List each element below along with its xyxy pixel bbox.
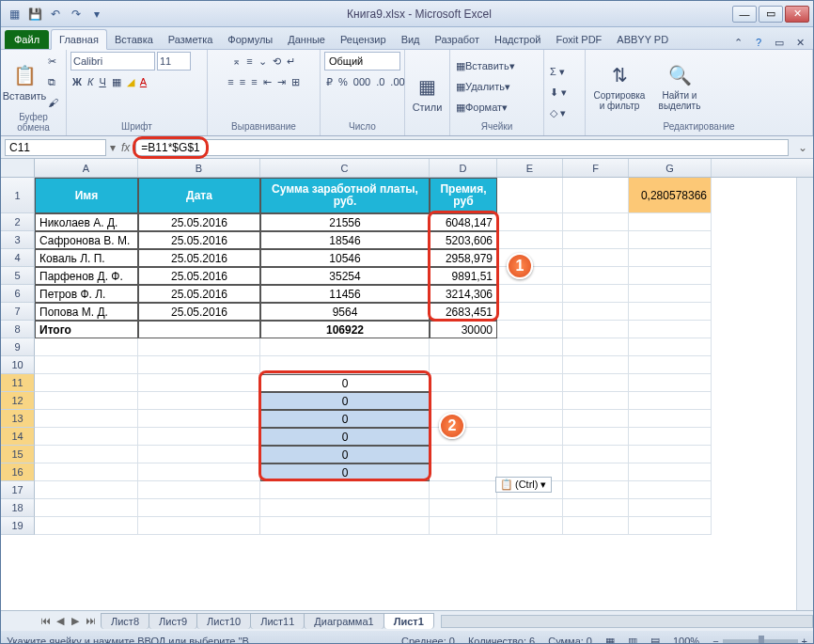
cell[interactable]	[138, 392, 260, 410]
cell[interactable]	[138, 517, 260, 535]
col-header-b[interactable]: B	[138, 159, 260, 177]
tab-layout[interactable]: Разметка	[161, 30, 221, 49]
cell[interactable]	[260, 481, 430, 499]
cell-date[interactable]: 25.05.2016	[138, 267, 260, 285]
col-header-e[interactable]: E	[497, 159, 563, 177]
cell-date[interactable]: 25.05.2016	[138, 285, 260, 303]
cell[interactable]	[138, 499, 260, 517]
cell[interactable]	[629, 517, 712, 535]
sheet-tab[interactable]: Лист11	[250, 613, 305, 629]
cell[interactable]	[563, 356, 629, 374]
view-layout-icon[interactable]: ▥	[628, 636, 637, 645]
sheet-next-icon[interactable]: ▶	[69, 615, 82, 627]
find-select-button[interactable]: 🔍Найти и выделить	[651, 60, 708, 113]
save-icon[interactable]: 💾	[25, 5, 44, 24]
tab-data[interactable]: Данные	[280, 30, 333, 49]
row-header[interactable]: 11	[1, 374, 35, 392]
dec-dec-icon[interactable]: .00	[388, 72, 406, 91]
row-header[interactable]: 19	[1, 517, 35, 535]
cell[interactable]	[260, 517, 430, 535]
font-color-button[interactable]: A	[138, 72, 149, 91]
cell-bonus[interactable]: 5203,606	[430, 231, 497, 249]
tab-addins[interactable]: Надстрой	[487, 30, 548, 49]
header-date[interactable]: Дата	[138, 178, 260, 213]
cell[interactable]	[497, 374, 563, 392]
cell[interactable]	[430, 499, 497, 517]
cell[interactable]	[35, 410, 138, 428]
cell[interactable]	[563, 392, 629, 410]
insert-cells-button[interactable]: ▦ Вставить ▾	[454, 56, 540, 75]
row-header[interactable]: 5	[1, 267, 35, 285]
zoom-thumb[interactable]	[759, 636, 764, 644]
file-tab[interactable]: Файл	[5, 30, 49, 49]
cell[interactable]	[138, 356, 260, 374]
cell[interactable]	[35, 463, 138, 481]
zoom-slider[interactable]	[723, 639, 798, 643]
clear-icon[interactable]: ◇ ▾	[548, 104, 569, 123]
cell[interactable]	[629, 321, 712, 338]
cell[interactable]	[497, 499, 563, 517]
tab-formulas[interactable]: Формулы	[220, 30, 280, 49]
cell-total-bonus[interactable]: 30000	[430, 321, 497, 338]
cell[interactable]	[497, 392, 563, 410]
cell-c15[interactable]: 0	[260, 446, 430, 463]
cell[interactable]	[35, 517, 138, 535]
cell[interactable]	[563, 517, 629, 535]
minimize-ribbon-icon[interactable]: ⌃	[730, 37, 745, 49]
maximize-button[interactable]: ▭	[759, 6, 783, 23]
row-header[interactable]: 18	[1, 499, 35, 517]
align-bottom-icon[interactable]: ⌄	[257, 52, 269, 71]
tab-review[interactable]: Рецензир	[333, 30, 394, 49]
cell[interactable]	[563, 231, 629, 249]
dec-inc-icon[interactable]: .0	[374, 72, 386, 91]
col-header-c[interactable]: C	[260, 159, 430, 177]
zoom-level[interactable]: 100%	[673, 636, 699, 644]
row-header[interactable]: 15	[1, 446, 35, 463]
cell-name[interactable]: Петров Ф. Л.	[35, 285, 138, 303]
col-header-g[interactable]: G	[629, 159, 712, 177]
header-name[interactable]: Имя	[35, 178, 138, 213]
orientation-icon[interactable]: ⟲	[271, 52, 283, 71]
row-header[interactable]: 12	[1, 392, 35, 410]
cell-date[interactable]: 25.05.2016	[138, 249, 260, 267]
cell-bonus[interactable]: 9891,51	[430, 267, 497, 285]
expand-formula-icon[interactable]: ⌄	[792, 141, 813, 154]
header-bonus[interactable]: Премия, руб	[430, 178, 497, 213]
cell[interactable]	[430, 338, 497, 356]
align-top-icon[interactable]: ⌅	[230, 52, 243, 71]
view-pagebreak-icon[interactable]: ▤	[650, 636, 660, 645]
row-header[interactable]: 3	[1, 231, 35, 249]
cell[interactable]	[563, 178, 629, 213]
cell[interactable]	[629, 285, 712, 303]
fill-icon[interactable]: ⬇ ▾	[548, 84, 569, 102]
cell[interactable]	[497, 303, 563, 321]
close-button[interactable]: ✕	[785, 6, 809, 23]
cell-bonus[interactable]: 6048,147	[430, 213, 497, 231]
col-header-d[interactable]: D	[430, 159, 497, 177]
cell-date[interactable]: 25.05.2016	[138, 303, 260, 321]
row-header[interactable]: 4	[1, 249, 35, 267]
cell[interactable]	[497, 410, 563, 428]
cell-salary[interactable]: 9564	[260, 303, 430, 321]
vertical-scrollbar[interactable]	[796, 178, 813, 610]
styles-button[interactable]: ▦Стили	[409, 71, 446, 115]
cell[interactable]	[430, 374, 497, 392]
cell[interactable]	[497, 338, 563, 356]
tab-foxit[interactable]: Foxit PDF	[548, 30, 609, 49]
cell[interactable]	[497, 178, 563, 213]
cell[interactable]	[497, 517, 563, 535]
cell[interactable]	[629, 481, 712, 499]
tab-home[interactable]: Главная	[51, 29, 107, 50]
qat-more-icon[interactable]: ▾	[87, 5, 106, 24]
autosum-icon[interactable]: Σ ▾	[548, 63, 569, 82]
row-header[interactable]: 17	[1, 481, 35, 499]
cell[interactable]	[563, 374, 629, 392]
sheet-last-icon[interactable]: ⏭	[84, 615, 97, 627]
zoom-out-icon[interactable]: −	[712, 636, 718, 644]
col-header-a[interactable]: A	[35, 159, 138, 177]
cell[interactable]	[629, 338, 712, 356]
cell[interactable]	[260, 356, 430, 374]
align-left-icon[interactable]: ≡	[226, 72, 235, 91]
cell[interactable]	[497, 428, 563, 446]
tab-abbyy[interactable]: ABBYY PD	[609, 30, 676, 49]
